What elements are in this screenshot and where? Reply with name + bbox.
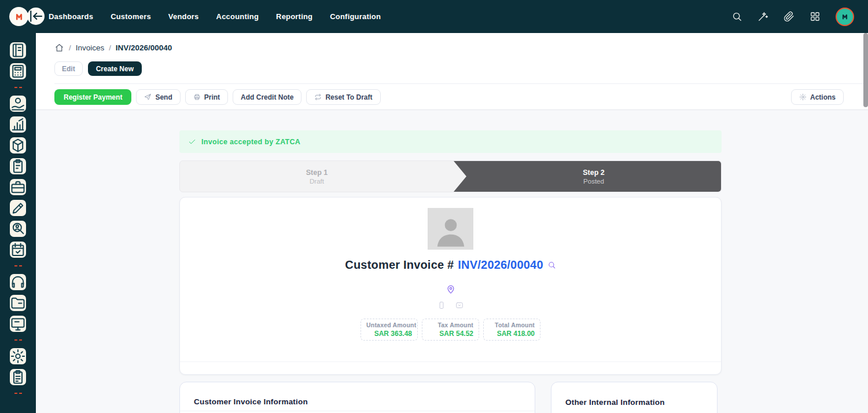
briefcase-icon — [10, 179, 26, 195]
contact-icons — [437, 301, 464, 309]
phone-icon[interactable] — [437, 301, 446, 309]
printer-icon — [193, 93, 201, 101]
amounts-row: Untaxed AmountSAR 363.48Tax AmountSAR 54… — [361, 319, 540, 341]
sidebar-item-calculator-report[interactable] — [10, 63, 26, 79]
sidebar-item-ledger-book[interactable] — [10, 42, 26, 59]
breadcrumb-separator: / — [69, 43, 71, 52]
invoice-search-icon[interactable] — [547, 261, 556, 269]
menu-item-accounting[interactable]: Accounting — [216, 12, 259, 21]
actions-button[interactable]: Actions — [791, 89, 844, 105]
breadcrumb-invoices[interactable]: Invoices — [76, 43, 105, 52]
page-header: / Invoices / INV/2026/00040 Edit Create … — [36, 33, 868, 110]
amount-label: Untaxed Amount — [366, 321, 412, 328]
search-icon[interactable] — [731, 11, 742, 22]
sidebar-item-briefcase[interactable] — [10, 179, 26, 195]
breadcrumb-separator: / — [109, 43, 111, 52]
invoice-card-footer — [180, 361, 721, 374]
menu-item-reporting[interactable]: Reporting — [276, 12, 312, 21]
sidebar-divider — [14, 265, 22, 266]
refresh-icon — [314, 93, 322, 101]
sidebar-item-clipboard-list[interactable] — [10, 369, 26, 385]
invoice-summary-card: Customer Invoice # INV/2026/00040 Untaxe… — [179, 197, 722, 375]
map-pin-icon[interactable] — [446, 284, 456, 294]
clipboard-list-icon — [10, 369, 26, 385]
alert-message: Invoice accepted by ZATCA — [201, 138, 300, 146]
step-posted[interactable]: Step 2 Posted — [454, 161, 721, 192]
sidebar-item-hand-money[interactable] — [10, 96, 26, 112]
amount-value: SAR 363.48 — [366, 330, 412, 338]
amount-label: Tax Amount — [428, 321, 473, 328]
search-user-icon — [10, 221, 26, 237]
add-credit-note-button[interactable]: Add Credit Note — [233, 89, 301, 105]
send-icon — [144, 93, 152, 101]
create-new-button[interactable]: Create New — [88, 61, 142, 76]
sidebar-item-package-add[interactable] — [10, 137, 26, 153]
user-avatar[interactable] — [836, 8, 854, 26]
menu-item-dashboards[interactable]: Dashboards — [49, 12, 93, 21]
step-draft[interactable]: Step 1 Draft — [180, 161, 454, 192]
sidebar-item-clipboard-calculator[interactable] — [10, 158, 26, 174]
send-button[interactable]: Send — [136, 89, 180, 105]
other-internal-information-card: Other Internal Information — [551, 382, 718, 413]
sidebar-item-pencil-document[interactable] — [10, 200, 26, 216]
sidebar-item-calendar-check[interactable] — [10, 242, 26, 258]
invoice-number-link[interactable]: INV/2026/00040 — [458, 258, 543, 272]
header-divider — [54, 83, 868, 84]
calculator-report-icon — [10, 63, 26, 79]
main-menu: DashboardsCustomersVendorsAccountingRepo… — [49, 12, 381, 21]
print-label: Print — [204, 93, 220, 101]
customer-avatar-placeholder[interactable] — [428, 208, 473, 250]
amount-box-tax-amount: Tax AmountSAR 54.52 — [422, 319, 479, 341]
hand-money-icon — [10, 96, 26, 112]
content-column: Invoice accepted by ZATCA Step 1 Draft S… — [179, 110, 722, 413]
scrollbar-thumb[interactable] — [863, 33, 868, 107]
email-icon[interactable] — [455, 301, 464, 309]
reset-to-draft-button[interactable]: Reset To Draft — [306, 89, 380, 105]
sidebar-item-bar-chart[interactable] — [10, 116, 26, 133]
sidebar-item-monitor[interactable] — [10, 316, 26, 332]
paperclip-icon[interactable] — [784, 11, 795, 22]
apps-grid-icon[interactable] — [810, 11, 821, 22]
breadcrumb-current: INV/2026/00040 — [116, 43, 172, 52]
collapse-icon — [27, 8, 45, 25]
gear-icon — [799, 93, 807, 101]
collapse-sidebar-button[interactable] — [27, 8, 45, 25]
step-indicator: Step 1 Draft Step 2 Posted — [179, 160, 722, 192]
page-scrollbar — [863, 33, 868, 413]
bar-chart-icon — [10, 116, 26, 133]
section-header: Other Internal Information — [551, 382, 717, 411]
breadcrumb: / Invoices / INV/2026/00040 — [54, 42, 849, 53]
home-icon[interactable] — [54, 43, 64, 53]
amount-label: Total Amount — [489, 321, 535, 328]
menu-item-configuration[interactable]: Configuration — [330, 12, 381, 21]
section-title: Customer Invoice Information — [194, 397, 308, 406]
send-label: Send — [155, 93, 172, 101]
sidebar-item-headset[interactable] — [10, 274, 26, 290]
menu-item-vendors[interactable]: Vendors — [168, 12, 199, 21]
headset-icon — [10, 274, 26, 290]
top-navbar: DashboardsCustomersVendorsAccountingRepo… — [0, 0, 868, 33]
sidebar-item-gear[interactable] — [10, 348, 26, 364]
menu-item-customers[interactable]: Customers — [111, 12, 151, 21]
package-add-icon — [10, 137, 26, 153]
register-payment-button[interactable]: Register Payment — [54, 89, 131, 105]
ledger-book-icon — [10, 42, 26, 59]
main-area: / Invoices / INV/2026/00040 Edit Create … — [36, 33, 868, 413]
pencil-document-icon — [10, 200, 26, 216]
edit-button[interactable]: Edit — [54, 61, 83, 76]
customer-invoice-information-card: Customer Invoice Information — [179, 382, 535, 413]
add-credit-note-label: Add Credit Note — [241, 93, 293, 101]
section-title: Other Internal Information — [565, 398, 665, 407]
sidebar-item-folder-document[interactable] — [10, 295, 26, 311]
reset-to-draft-label: Reset To Draft — [325, 93, 372, 101]
sidebar-divider — [14, 393, 22, 394]
print-button[interactable]: Print — [185, 89, 228, 105]
sidebar-item-search-user[interactable] — [10, 221, 26, 237]
sidebar-divider — [14, 339, 22, 341]
magic-wand-icon[interactable] — [757, 11, 768, 22]
brand-logo[interactable] — [9, 7, 28, 26]
step-2-status: Posted — [583, 178, 604, 185]
clipboard-calculator-icon — [10, 158, 26, 174]
step-2-label: Step 2 — [583, 169, 605, 177]
sidebar — [0, 33, 36, 413]
